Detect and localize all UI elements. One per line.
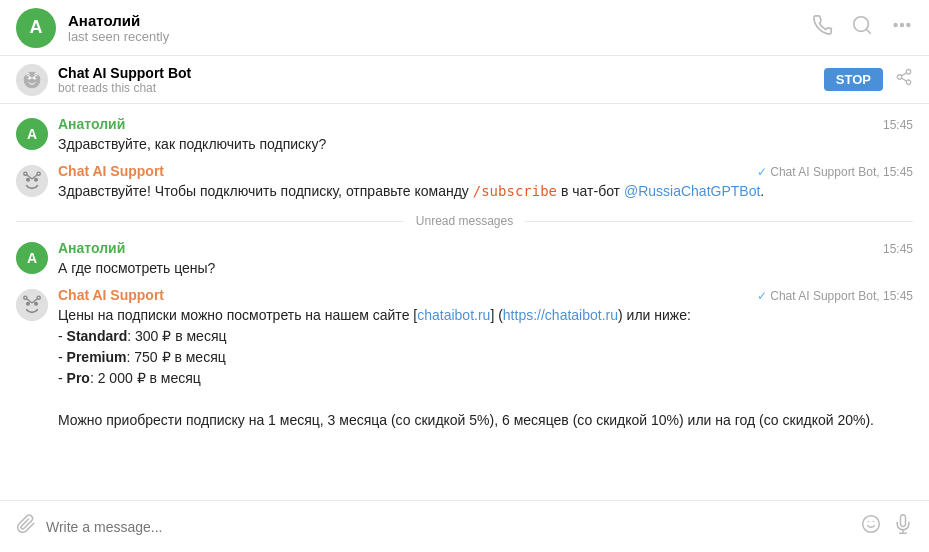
message-content: Chat AI Support ✓ Chat AI Support Bot, 1… — [58, 287, 913, 431]
message-sender: Анатолий — [58, 116, 125, 132]
input-area — [0, 500, 929, 552]
header-user-status: last seen recently — [68, 29, 811, 44]
svg-line-1 — [866, 29, 870, 33]
unread-line-left — [16, 221, 404, 222]
microphone-icon[interactable] — [893, 514, 913, 539]
message-time: ✓ Chat AI Support Bot, 15:45 — [757, 165, 913, 179]
command-text: /subscribe — [473, 183, 557, 199]
user-avatar: А — [16, 8, 56, 48]
svg-point-19 — [34, 178, 38, 182]
more-icon[interactable] — [891, 14, 913, 41]
message-sender: Анатолий — [58, 240, 125, 256]
message-row: Chat AI Support ✓ Chat AI Support Bot, 1… — [16, 287, 913, 431]
message-header: Анатолий 15:45 — [58, 240, 913, 256]
check-icon: ✓ — [757, 289, 767, 303]
bot-name: Chat AI Support Bot — [58, 65, 824, 81]
svg-point-11 — [35, 73, 38, 76]
phone-icon[interactable] — [811, 14, 833, 41]
message-text: А где посмотреть цены? — [58, 258, 913, 279]
message-text: Цены на подписки можно посмотреть на наш… — [58, 305, 913, 431]
svg-point-5 — [24, 71, 41, 88]
user-msg-avatar: А — [16, 118, 48, 150]
svg-point-29 — [24, 296, 27, 299]
message-header: Chat AI Support ✓ Chat AI Support Bot, 1… — [58, 163, 913, 179]
header-actions — [811, 14, 913, 41]
message-content: Chat AI Support ✓ Chat AI Support Bot, 1… — [58, 163, 913, 202]
message-content: Анатолий 15:45 А где посмотреть цены? — [58, 240, 913, 279]
svg-point-24 — [16, 289, 48, 321]
user-msg-avatar: А — [16, 242, 48, 274]
svg-point-10 — [27, 73, 30, 76]
svg-point-23 — [37, 172, 40, 175]
plan-standard: Standard — [67, 328, 128, 344]
site-url[interactable]: https://chataibot.ru — [503, 307, 618, 323]
message-row: А Анатолий 15:45 А где посмотреть цены? — [16, 240, 913, 279]
unread-label: Unread messages — [416, 214, 513, 228]
search-icon[interactable] — [851, 14, 873, 41]
message-row: А Анатолий 15:45 Здравствуйте, как подкл… — [16, 116, 913, 155]
svg-point-18 — [26, 178, 30, 182]
bot-subtitle: bot reads this chat — [58, 81, 824, 95]
bot-avatar — [16, 64, 48, 96]
unread-line-right — [525, 221, 913, 222]
svg-point-4 — [907, 24, 910, 27]
check-icon: ✓ — [757, 165, 767, 179]
message-sender: Chat AI Support — [58, 163, 164, 179]
message-time: 15:45 — [883, 242, 913, 256]
message-time: 15:45 — [883, 118, 913, 132]
message-header: Анатолий 15:45 — [58, 116, 913, 132]
bot-bar: Chat AI Support Bot bot reads this chat … — [0, 56, 929, 104]
bot-info: Chat AI Support Bot bot reads this chat — [58, 65, 824, 95]
site-link[interactable]: chataibot.ru — [417, 307, 490, 323]
plan-premium: Premium — [67, 349, 127, 365]
message-text: Здравствуйте, как подключить подписку? — [58, 134, 913, 155]
emoji-icon[interactable] — [861, 514, 881, 539]
messages-area: А Анатолий 15:45 Здравствуйте, как подкл… — [0, 104, 929, 500]
message-time: ✓ Chat AI Support Bot, 15:45 — [757, 289, 913, 303]
bot-msg-avatar — [16, 165, 48, 197]
header-info: Анатолий last seen recently — [68, 12, 811, 44]
message-input[interactable] — [46, 519, 851, 535]
chat-header: А Анатолий last seen recently — [0, 0, 929, 56]
svg-point-2 — [894, 24, 897, 27]
svg-point-30 — [37, 296, 40, 299]
attach-icon[interactable] — [16, 514, 36, 539]
message-header: Chat AI Support ✓ Chat AI Support Bot, 1… — [58, 287, 913, 303]
svg-point-22 — [24, 172, 27, 175]
mention-text: @RussiaChatGPTBot — [624, 183, 760, 199]
plan-pro: Pro — [67, 370, 90, 386]
message-sender: Chat AI Support — [58, 287, 164, 303]
message-content: Анатолий 15:45 Здравствуйте, как подключ… — [58, 116, 913, 155]
svg-line-15 — [901, 78, 906, 81]
stop-button[interactable]: STOP — [824, 68, 883, 91]
unread-divider: Unread messages — [16, 214, 913, 228]
share-icon[interactable] — [895, 68, 913, 91]
header-user-name: Анатолий — [68, 12, 811, 29]
bot-msg-avatar — [16, 289, 48, 321]
svg-line-16 — [901, 73, 906, 76]
svg-point-17 — [16, 165, 48, 197]
svg-point-31 — [863, 516, 880, 533]
svg-point-25 — [26, 302, 30, 306]
svg-point-3 — [901, 24, 904, 27]
message-row: Chat AI Support ✓ Chat AI Support Bot, 1… — [16, 163, 913, 202]
svg-point-26 — [34, 302, 38, 306]
message-text: Здравствуйте! Чтобы подключить подписку,… — [58, 181, 913, 202]
